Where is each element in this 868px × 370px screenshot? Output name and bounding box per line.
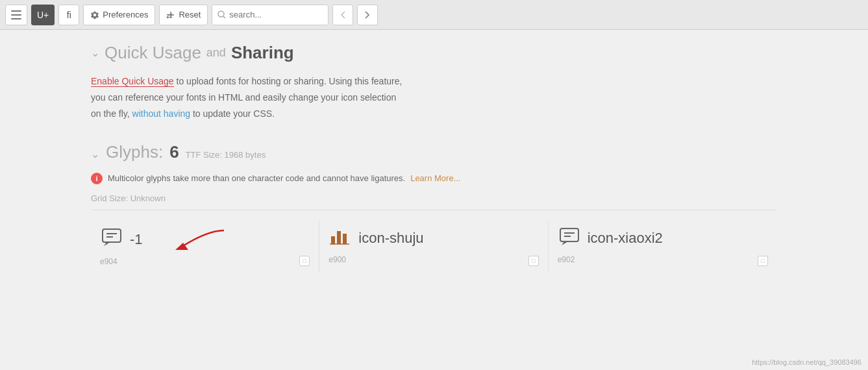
glyph-cell-2: icon-shuju e900 □ [319, 221, 548, 273]
glyph-icon-chat-3 [558, 227, 581, 250]
search-input[interactable] [229, 10, 320, 19]
glyph-grid: -1 e904 □ [91, 221, 777, 273]
forward-icon [363, 10, 372, 19]
multicolor-warning: i Multicolor glyphs take more than one c… [91, 173, 777, 184]
ligature-button[interactable]: fi [58, 5, 79, 25]
warning-icon: i [91, 173, 103, 184]
glyph-header-3: icon-xiaoxi2 [558, 227, 768, 250]
svg-point-4 [218, 11, 224, 17]
glyph-cell-3: icon-xiaoxi2 e902 □ [549, 221, 777, 273]
preferences-button[interactable]: Preferences [83, 5, 155, 25]
main-content: ⌄ Quick Usage and Sharing Enable Quick U… [0, 30, 868, 299]
glyph-header-1: -1 [100, 227, 310, 252]
glyphs-collapse-icon[interactable]: ⌄ [91, 148, 99, 160]
forward-button[interactable] [357, 5, 378, 25]
toolbar: U+ fi Preferences ⇄ Reset [0, 0, 868, 30]
glyph-code-2: e900 [329, 255, 346, 264]
glyph-code-row-1: e904 □ [100, 257, 310, 266]
search-icon [217, 10, 226, 19]
svg-rect-12 [337, 231, 341, 244]
glyph-name-3: icon-xiaoxi2 [588, 230, 663, 247]
back-button[interactable] [332, 5, 353, 25]
svg-rect-1 [11, 14, 21, 16]
svg-rect-2 [11, 18, 21, 19]
quick-usage-description: Enable Quick Usage to upload fonts for h… [91, 73, 454, 123]
learn-more-link[interactable]: Learn More... [410, 173, 460, 183]
grid-size-label: Grid Size: Unknown [91, 193, 166, 203]
warning-text: Multicolor glyphs take more than one cha… [108, 173, 405, 183]
footer-watermark: https://blog.csdn.net/qq_39083496 [752, 358, 862, 366]
glyphs-section: ⌄ Glyphs: 6 TTF Size: 1968 bytes i Multi… [91, 142, 777, 273]
glyph-copy-btn-2[interactable]: □ [528, 256, 539, 266]
enable-quick-usage-link[interactable]: Enable Quick Usage [91, 76, 174, 87]
quick-usage-section: ⌄ Quick Usage and Sharing Enable Quick U… [91, 43, 777, 123]
quick-usage-title-and: and [206, 46, 226, 60]
quick-usage-collapse-icon[interactable]: ⌄ [91, 47, 99, 59]
glyph-copy-btn-1[interactable]: □ [299, 256, 310, 266]
svg-rect-0 [11, 10, 21, 12]
glyphs-count: 6 [169, 142, 179, 162]
glyph-code-1: e904 [100, 257, 118, 266]
svg-rect-11 [331, 236, 335, 244]
glyph-icon-bar-chart [329, 227, 352, 250]
reset-button[interactable]: ⇄ Reset [159, 5, 208, 25]
svg-rect-15 [560, 228, 578, 241]
grid-size-bar: Grid Size: Unknown [91, 193, 777, 210]
quick-usage-title-light: Quick Usage [105, 43, 201, 63]
description-line3: on the fly, without having to update you… [91, 108, 275, 119]
svg-line-5 [223, 16, 225, 18]
search-box [212, 5, 329, 25]
glyph-icon-chat-1 [100, 228, 123, 251]
svg-text:⇄: ⇄ [166, 11, 173, 19]
svg-rect-13 [343, 234, 347, 244]
glyphs-header: ⌄ Glyphs: 6 TTF Size: 1968 bytes [91, 142, 777, 162]
quick-usage-title-bold: Sharing [231, 43, 294, 63]
glyph-code-row-2: e900 □ [329, 255, 538, 264]
red-arrow [156, 227, 227, 252]
glyphs-ttf-size: TTF Size: 1968 bytes [186, 150, 266, 160]
glyphs-title: Glyphs: [106, 142, 163, 162]
unicode-plus-button[interactable]: U+ [31, 5, 55, 25]
glyph-name-2: icon-shuju [358, 230, 423, 247]
svg-rect-6 [103, 229, 121, 242]
glyph-copy-btn-3[interactable]: □ [758, 256, 768, 266]
glyph-code-row-3: e902 □ [558, 255, 768, 264]
back-icon [338, 10, 347, 19]
glyph-header-2: icon-shuju [329, 227, 538, 250]
hamburger-menu-button[interactable] [5, 5, 27, 25]
quick-usage-header: ⌄ Quick Usage and Sharing [91, 43, 777, 63]
glyph-name-1: -1 [130, 231, 143, 248]
glyph-cell-1: -1 e904 □ [91, 221, 319, 273]
glyph-code-3: e902 [558, 255, 575, 264]
